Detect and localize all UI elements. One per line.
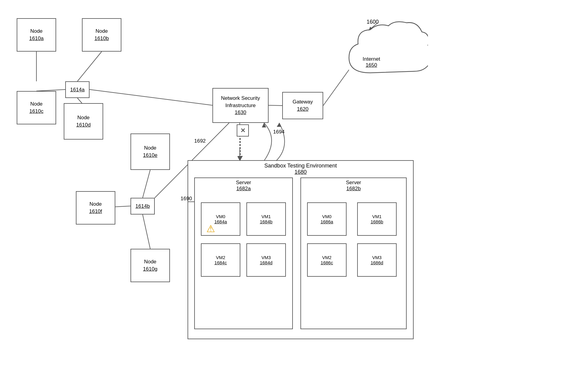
node-1610c-label: Node bbox=[30, 100, 43, 108]
svg-marker-19 bbox=[238, 156, 243, 160]
node-1610f-id: 1610f bbox=[89, 208, 102, 215]
node-1610b-label: Node bbox=[96, 28, 108, 35]
node-1610e: Node 1610e bbox=[130, 133, 170, 170]
switch-1614b: 1614b bbox=[130, 198, 155, 215]
warning-icon: ⚠ bbox=[206, 223, 215, 235]
node-1610f-label: Node bbox=[90, 201, 102, 208]
ref-1694-label: 1694 bbox=[273, 129, 285, 135]
gateway-1620: Gateway 1620 bbox=[282, 92, 323, 119]
vm2-1684c: VM2 1684c bbox=[201, 243, 240, 277]
vm1-1686b: VM1 1686b bbox=[357, 202, 397, 236]
vm3-1686d-id: 1686d bbox=[371, 260, 383, 265]
svg-marker-20 bbox=[277, 123, 281, 127]
gateway-label: Gateway bbox=[293, 98, 313, 106]
node-1610d-id: 1610d bbox=[76, 121, 90, 129]
node-1610g-id: 1610g bbox=[143, 265, 157, 273]
vm3-1684d-label: VM3 bbox=[262, 255, 271, 260]
vm0-1684a-id: 1684a bbox=[214, 219, 227, 224]
diagram-container: Internet 1650 1600 Node 1610a Node 1610b… bbox=[0, 0, 569, 392]
svg-line-1 bbox=[77, 52, 102, 81]
server-1682a: Server 1682a VM0 1684a VM1 1684b VM2 168… bbox=[194, 177, 293, 329]
node-1610b: Node 1610b bbox=[82, 18, 121, 52]
ref-1690-label: 1690 bbox=[181, 196, 192, 202]
server-1682b-title: Server 1682b bbox=[301, 178, 406, 192]
vm2-1686c-label: VM2 bbox=[322, 255, 332, 260]
ref-1694-text: 1694 bbox=[273, 129, 285, 135]
svg-line-3 bbox=[77, 98, 82, 103]
sandbox-number: 1680 bbox=[294, 169, 307, 175]
nsi-label: Network Security Infrastructure bbox=[221, 95, 260, 109]
switch-1614a-id: 1614a bbox=[70, 86, 84, 93]
svg-marker-14 bbox=[262, 123, 266, 127]
svg-marker-17 bbox=[369, 27, 372, 30]
vm3-1684d: VM3 1684d bbox=[246, 243, 286, 277]
vm1-1684b-label: VM1 bbox=[262, 214, 271, 219]
gateway-id: 1620 bbox=[297, 106, 309, 113]
node-1610f: Node 1610f bbox=[76, 191, 115, 225]
vm3-1686d: VM3 1686d bbox=[357, 243, 397, 277]
vm1-1686b-label: VM1 bbox=[372, 214, 382, 219]
server-1682b-label: Server bbox=[346, 180, 361, 185]
node-1610b-id: 1610b bbox=[94, 35, 109, 42]
node-1610d: Node 1610d bbox=[64, 103, 103, 140]
ref-1690-text: 1690 bbox=[181, 196, 192, 201]
server-1682b-number: 1682b bbox=[346, 186, 361, 191]
vm0-1686a-id: 1686a bbox=[320, 219, 333, 224]
ref-1692-label: 1692 bbox=[194, 138, 206, 144]
server-1682a-label: Server bbox=[236, 180, 251, 185]
switch-1614a: 1614a bbox=[65, 81, 90, 98]
node-1610a-label: Node bbox=[30, 28, 43, 35]
internet-text: Internet bbox=[363, 56, 380, 62]
vm3-1686d-label: VM3 bbox=[372, 255, 382, 260]
sandbox-label-text: Sandbox Testing Environment bbox=[264, 163, 337, 169]
node-1610e-id: 1610e bbox=[143, 152, 157, 159]
vm0-1684a-label: VM0 bbox=[216, 214, 225, 219]
switch-1614b-id: 1614b bbox=[135, 203, 150, 210]
block-x-icon: ✕ bbox=[237, 124, 249, 137]
vm1-1684b: VM1 1684b bbox=[246, 202, 286, 236]
node-1610a: Node 1610a bbox=[17, 18, 56, 52]
ref-1600-arrow bbox=[363, 21, 381, 33]
node-1610e-label: Node bbox=[144, 144, 157, 152]
vm2-1686c: VM2 1686c bbox=[307, 243, 347, 277]
internet-number: 1650 bbox=[363, 62, 380, 68]
vm0-1686a: VM0 1686a bbox=[307, 202, 347, 236]
node-1610d-label: Node bbox=[77, 114, 90, 121]
sandbox-title: Sandbox Testing Environment 1680 bbox=[188, 161, 413, 176]
node-1610c-id: 1610c bbox=[29, 108, 43, 115]
sandbox-environment: Sandbox Testing Environment 1680 Server … bbox=[188, 160, 414, 339]
vm1-1684b-id: 1684b bbox=[260, 219, 273, 224]
svg-line-9 bbox=[269, 105, 282, 106]
vm0-1686a-label: VM0 bbox=[322, 214, 332, 219]
svg-line-4 bbox=[90, 90, 212, 105]
server-1682a-number: 1682a bbox=[236, 186, 251, 191]
vm2-1684c-label: VM2 bbox=[216, 255, 225, 260]
node-1610g-label: Node bbox=[144, 258, 157, 265]
vm3-1684d-id: 1684d bbox=[260, 260, 273, 265]
nsi-id: 1630 bbox=[235, 109, 246, 116]
server-1682b: Server 1682b VM0 1686a VM1 1686b VM2 168… bbox=[300, 177, 407, 329]
vm2-1686c-id: 1686c bbox=[321, 260, 333, 265]
node-1610c: Node 1610c bbox=[17, 91, 56, 124]
internet-label: Internet 1650 bbox=[363, 56, 380, 68]
server-1682a-title: Server 1682a bbox=[195, 178, 292, 192]
nsi-1630: Network Security Infrastructure 1630 bbox=[212, 88, 269, 123]
ref-1692-text: 1692 bbox=[194, 138, 206, 144]
node-1610a-id: 1610a bbox=[29, 35, 43, 42]
node-1610g: Node 1610g bbox=[130, 249, 170, 282]
vm1-1686b-id: 1686b bbox=[371, 219, 383, 224]
svg-line-7 bbox=[143, 215, 150, 249]
vm2-1684c-id: 1684c bbox=[215, 260, 227, 265]
svg-line-5 bbox=[143, 170, 150, 198]
